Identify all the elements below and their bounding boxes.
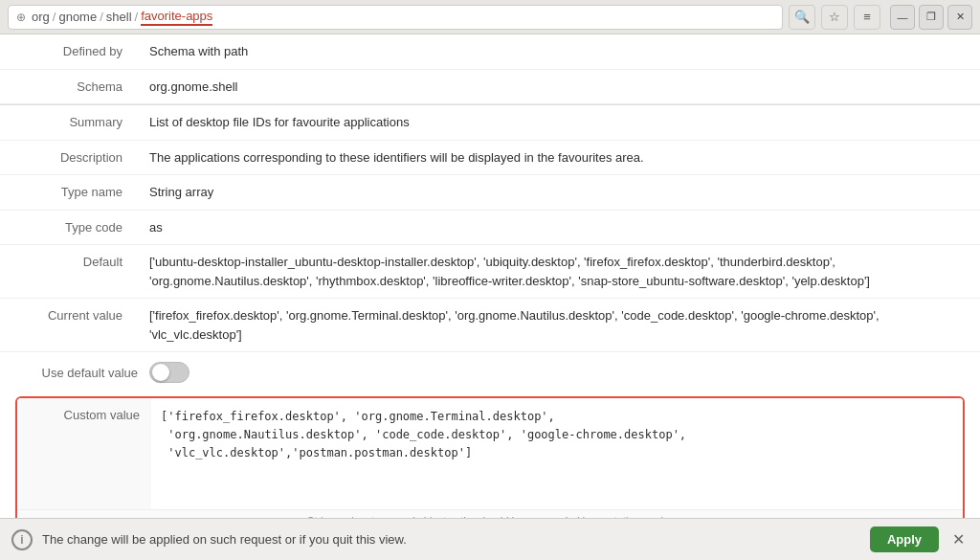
bottom-bar-message: The change will be applied on such reque… — [42, 532, 860, 547]
window-controls: — ❐ ✕ — [890, 5, 972, 30]
address-text: org / gnome / shell / favorite-apps — [32, 9, 212, 26]
type-name-label: Type name — [0, 175, 134, 211]
titlebar: ⊕ org / gnome / shell / favorite-apps 🔍 … — [0, 0, 980, 34]
defined-by-value: Schema with path — [134, 34, 980, 69]
address-seg-last: favorite-apps — [141, 9, 212, 26]
description-row: Description The applications correspondi… — [0, 140, 980, 175]
default-value: ['ubuntu-desktop-installer_ubuntu-deskto… — [134, 245, 980, 299]
menu-button[interactable]: ≡ — [854, 5, 880, 30]
defined-by-row: Defined by Schema with path — [0, 34, 980, 69]
type-name-row: Type name String array — [0, 175, 980, 211]
summary-label: Summary — [0, 105, 134, 140]
apply-button[interactable]: Apply — [870, 526, 939, 552]
default-label: Default — [0, 245, 134, 299]
address-bar[interactable]: ⊕ org / gnome / shell / favorite-apps — [8, 5, 783, 30]
current-value-row: Current value ['firefox_firefox.desktop'… — [0, 299, 980, 352]
custom-value-section: Custom value ['firefox_firefox.desktop',… — [15, 396, 965, 518]
toggle-knob — [152, 364, 169, 381]
schema-value: org.gnome.shell — [134, 69, 980, 104]
info-table: Defined by Schema with path Schema org.g… — [0, 34, 980, 104]
summary-row: Summary List of desktop file IDs for fav… — [0, 105, 980, 140]
type-name-value: String array — [134, 175, 980, 211]
description-label: Description — [0, 140, 134, 175]
address-sep-1: / — [53, 10, 56, 24]
use-default-label: Use default value — [15, 366, 149, 380]
custom-value-hint: Strings, signatures and object paths sho… — [17, 509, 963, 518]
summary-value: List of desktop file IDs for favourite a… — [134, 105, 980, 140]
type-code-value: as — [134, 210, 980, 245]
bottom-bar: i The change will be applied on such req… — [0, 518, 980, 560]
schema-label: Schema — [0, 69, 134, 104]
address-seg-shell: shell — [106, 10, 132, 24]
description-value: The applications corresponding to these … — [134, 140, 980, 175]
address-sep-3: / — [135, 10, 139, 24]
defined-by-label: Defined by — [0, 34, 134, 69]
bookmark-button[interactable]: ☆ — [821, 5, 848, 30]
type-code-label: Type code — [0, 210, 134, 245]
use-default-row: Use default value — [0, 352, 980, 392]
close-button[interactable]: ✕ — [947, 5, 972, 30]
address-seg-org: org — [32, 10, 50, 24]
address-icon: ⊕ — [16, 11, 26, 24]
main-content: Defined by Schema with path Schema org.g… — [0, 34, 980, 518]
address-seg-gnome: gnome — [58, 10, 97, 24]
current-value-label: Current value — [0, 299, 134, 352]
info-icon: i — [11, 529, 33, 550]
default-row: Default ['ubuntu-desktop-installer_ubunt… — [0, 245, 980, 299]
close-bottom-button[interactable]: ✕ — [948, 528, 969, 550]
use-default-toggle[interactable] — [149, 362, 189, 383]
current-value: ['firefox_firefox.desktop', 'org.gnome.T… — [134, 299, 980, 352]
type-code-row: Type code as — [0, 210, 980, 245]
address-sep-2: / — [100, 10, 103, 24]
custom-value-inner: Custom value ['firefox_firefox.desktop',… — [17, 398, 963, 509]
custom-value-label: Custom value — [17, 398, 151, 509]
maximize-button[interactable]: ❐ — [919, 5, 944, 30]
search-button[interactable]: 🔍 — [789, 5, 815, 30]
info-table-2: Summary List of desktop file IDs for fav… — [0, 105, 980, 352]
schema-row: Schema org.gnome.shell — [0, 69, 980, 104]
custom-value-textarea[interactable]: ['firefox_firefox.desktop', 'org.gnome.T… — [151, 398, 963, 509]
minimize-button[interactable]: — — [890, 5, 915, 30]
